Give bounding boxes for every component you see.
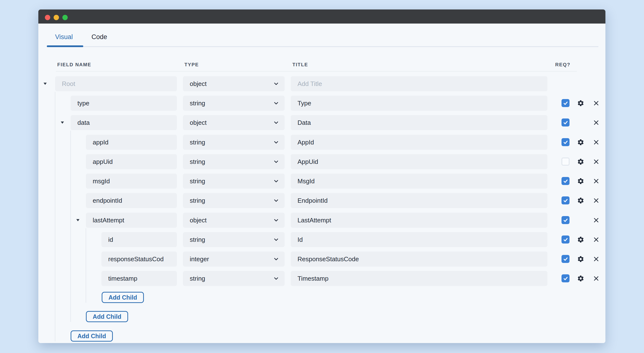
column-header-type: TYPE — [184, 62, 199, 68]
schema-row-root: object — [38, 76, 606, 91]
field-name-input[interactable] — [86, 135, 177, 150]
type-select[interactable]: object — [183, 213, 285, 228]
title-input[interactable] — [291, 271, 548, 286]
type-select[interactable]: string — [183, 96, 285, 111]
check-icon — [563, 217, 568, 223]
settings-button[interactable] — [577, 138, 584, 146]
field-name-input[interactable] — [102, 232, 177, 247]
title-input[interactable] — [291, 96, 548, 111]
required-checkbox[interactable] — [562, 138, 570, 146]
close-window-button[interactable] — [45, 15, 50, 20]
close-icon — [593, 139, 600, 146]
delete-button[interactable] — [593, 217, 600, 224]
type-select-value: string — [190, 177, 205, 185]
type-select[interactable]: string — [183, 154, 285, 169]
type-select[interactable]: string — [183, 135, 285, 150]
field-name-input[interactable] — [86, 193, 177, 208]
triangle-down-icon[interactable] — [76, 219, 80, 222]
tab-visual[interactable]: Visual — [55, 33, 73, 41]
settings-button[interactable] — [577, 255, 584, 263]
type-select[interactable]: string — [183, 271, 285, 286]
required-checkbox[interactable] — [562, 235, 570, 243]
delete-button[interactable] — [593, 178, 600, 185]
field-name-input[interactable] — [102, 271, 177, 286]
type-select[interactable]: integer — [183, 251, 285, 267]
editor-content: Visual Code FIELD NAME TYPE TITLE REQ? o… — [38, 24, 606, 343]
title-input[interactable] — [291, 251, 548, 267]
type-select[interactable]: string — [183, 193, 285, 208]
settings-button[interactable] — [577, 177, 584, 185]
settings-button[interactable] — [577, 158, 584, 166]
close-icon — [593, 236, 600, 243]
zoom-window-button[interactable] — [62, 15, 68, 20]
delete-button[interactable] — [593, 119, 600, 126]
title-input[interactable] — [291, 154, 548, 169]
triangle-down-icon[interactable] — [43, 82, 47, 85]
delete-button[interactable] — [593, 139, 600, 146]
triangle-down-icon[interactable] — [60, 121, 64, 124]
field-name-input[interactable] — [102, 251, 177, 267]
close-icon — [593, 256, 600, 262]
title-input[interactable] — [291, 174, 548, 189]
delete-button[interactable] — [593, 275, 600, 282]
field-name-input[interactable] — [70, 96, 177, 111]
required-checkbox[interactable] — [562, 274, 570, 282]
title-input[interactable] — [291, 193, 548, 208]
field-name-input[interactable] — [86, 174, 177, 189]
add-child-button-lastattempt[interactable]: Add Child — [102, 292, 144, 303]
title-input[interactable] — [291, 213, 548, 228]
schema-row: string — [38, 193, 606, 208]
add-child-button-root[interactable]: Add Child — [70, 330, 113, 341]
close-icon — [593, 217, 600, 224]
header-divider — [56, 71, 577, 72]
check-icon — [563, 178, 568, 184]
title-input[interactable] — [291, 135, 548, 150]
add-child-button-data[interactable]: Add Child — [86, 311, 128, 322]
check-icon — [563, 120, 568, 126]
chevron-down-icon — [273, 217, 279, 223]
title-input[interactable] — [291, 232, 548, 247]
tabbar-divider — [47, 46, 598, 47]
delete-button[interactable] — [593, 100, 600, 107]
chevron-down-icon — [273, 197, 279, 204]
required-checkbox[interactable] — [562, 196, 570, 204]
gear-icon — [577, 100, 584, 107]
field-name-input[interactable] — [86, 154, 177, 169]
field-name-input[interactable] — [55, 76, 177, 91]
required-checkbox[interactable] — [562, 158, 570, 166]
close-icon — [593, 100, 600, 107]
type-select-value: string — [190, 139, 205, 146]
required-checkbox[interactable] — [562, 99, 570, 107]
required-checkbox[interactable] — [562, 255, 570, 263]
type-select[interactable]: string — [183, 232, 285, 247]
title-input[interactable] — [291, 76, 548, 91]
desktop-background: { "tabs": { "visual": "Visual", "code": … — [0, 0, 644, 353]
settings-button[interactable] — [577, 275, 584, 282]
settings-button[interactable] — [577, 197, 584, 204]
close-icon — [593, 158, 600, 165]
gear-icon — [577, 177, 584, 185]
type-select[interactable]: object — [183, 115, 285, 130]
delete-button[interactable] — [593, 158, 600, 165]
type-select[interactable]: object — [183, 76, 285, 91]
title-input[interactable] — [291, 115, 548, 130]
tab-code[interactable]: Code — [92, 33, 107, 41]
settings-button[interactable] — [577, 236, 584, 243]
delete-button[interactable] — [593, 197, 600, 204]
minimize-window-button[interactable] — [54, 15, 59, 20]
settings-button[interactable] — [577, 99, 584, 107]
delete-button[interactable] — [593, 256, 600, 262]
chevron-down-icon — [273, 139, 279, 145]
required-checkbox[interactable] — [562, 119, 570, 127]
check-icon — [563, 100, 568, 106]
column-header-field-name: FIELD NAME — [57, 62, 91, 68]
type-select[interactable]: string — [183, 174, 285, 189]
schema-row: string — [38, 174, 606, 189]
field-name-input[interactable] — [86, 213, 177, 228]
required-checkbox[interactable] — [562, 177, 570, 185]
chevron-down-icon — [273, 119, 279, 126]
field-name-input[interactable] — [70, 115, 177, 130]
required-checkbox[interactable] — [562, 216, 570, 224]
delete-button[interactable] — [593, 236, 600, 243]
type-select-value: string — [190, 275, 205, 282]
